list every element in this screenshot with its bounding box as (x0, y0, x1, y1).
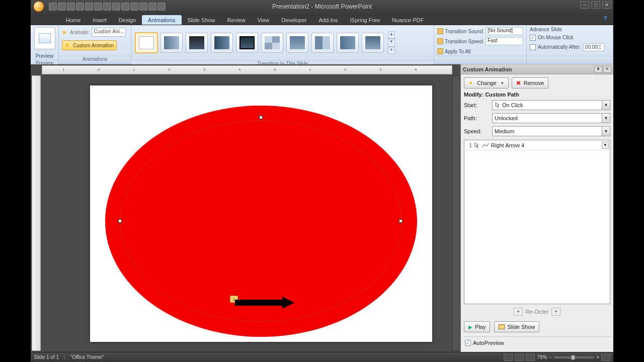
selection-handle[interactable] (118, 219, 122, 223)
slide[interactable]: 1 (90, 85, 432, 342)
star-icon: ✦ (468, 80, 474, 86)
preview-label: Preview (36, 53, 54, 59)
close-button[interactable]: ✕ (602, 2, 611, 9)
qat-btn[interactable] (94, 3, 102, 11)
animate-combo[interactable]: Custom Ani... (92, 28, 125, 37)
zoom-thumb[interactable] (571, 355, 575, 360)
office-button[interactable] (31, 0, 47, 13)
group-advance-slide: Advance Slide ✓ On Mouse Click Automatic… (527, 25, 613, 64)
start-combo[interactable]: On Click ▼ (492, 100, 610, 110)
mouse-icon (474, 142, 480, 148)
tab-nuance[interactable]: Nuance PDF (386, 15, 430, 25)
remove-button[interactable]: ✖ Remove (512, 77, 548, 88)
qat-btn[interactable] (103, 3, 111, 11)
taskpane-header: Custom Animation ▼ ✕ (461, 64, 613, 74)
qat-save-icon[interactable] (49, 3, 57, 11)
transition-item[interactable] (362, 33, 384, 53)
transition-item[interactable] (186, 33, 208, 53)
effect-list[interactable]: 1 Right Arrow 4 ▼ (464, 140, 610, 304)
help-icon[interactable]: ? (601, 15, 609, 23)
taskpane-menu-icon[interactable]: ▼ (594, 66, 602, 73)
gallery-down-icon[interactable]: ▼ (388, 39, 395, 46)
custom-animation-button[interactable]: ★ Custom Animation (62, 40, 117, 50)
maximize-button[interactable]: □ (591, 2, 600, 9)
ribbon-tabs: Home Insert Design Animations Slide Show… (31, 13, 613, 25)
qat-btn[interactable] (85, 3, 93, 11)
status-bar: Slide 1 of 1 | "Office Theme" 79% − + (31, 352, 613, 362)
qat-btn[interactable] (121, 3, 129, 11)
slide-show-button[interactable]: Slide Show (494, 321, 539, 332)
transition-sound-combo[interactable]: [No Sound] (486, 27, 523, 35)
chevron-down-icon[interactable]: ▼ (602, 101, 610, 110)
horizontal-ruler: 1 0 1 2 3 4 0 1 2 3 4 (42, 65, 452, 74)
taskpane-close-icon[interactable]: ✕ (603, 66, 611, 73)
tab-insert[interactable]: Insert (87, 15, 113, 25)
fit-view-button[interactable] (601, 354, 610, 361)
effect-name: Right Arrow 4 (491, 142, 524, 148)
tab-home[interactable]: Home (60, 15, 87, 25)
transition-none[interactable] (135, 33, 157, 53)
transition-item[interactable] (160, 33, 183, 53)
transition-speed-combo[interactable]: Fast (486, 37, 523, 45)
path-combo[interactable]: Unlocked ▼ (492, 113, 610, 123)
autopreview-label: AutoPreview (473, 340, 504, 346)
qat-redo-icon[interactable] (67, 3, 75, 11)
qat-more-icon[interactable] (157, 3, 166, 11)
transition-item[interactable] (261, 33, 283, 53)
normal-view-button[interactable] (504, 354, 513, 361)
tab-developer[interactable]: Developer (275, 15, 312, 25)
apply-to-all-button[interactable]: Apply To All (445, 49, 471, 54)
gallery-more-icon[interactable]: ▾ (388, 47, 395, 54)
slide-canvas[interactable]: 1 (42, 75, 452, 352)
minimize-button[interactable]: ─ (580, 2, 589, 9)
transition-item[interactable] (337, 33, 359, 53)
qat-btn[interactable] (112, 3, 120, 11)
selection-handle[interactable] (259, 116, 263, 119)
tab-view[interactable]: View (252, 15, 276, 25)
auto-after-spinner[interactable]: 00:00 ▴▾ (583, 43, 604, 51)
right-arrow-shape[interactable] (235, 297, 295, 309)
autopreview-checkbox[interactable]: ✓ (465, 340, 471, 346)
qat-btn[interactable] (139, 3, 147, 11)
effect-item[interactable]: 1 Right Arrow 4 ▼ (464, 140, 610, 150)
transition-item[interactable] (286, 33, 308, 53)
speed-icon (437, 38, 443, 44)
selection-handle[interactable] (399, 219, 403, 223)
path-value: Unlocked (495, 115, 518, 121)
transition-item[interactable] (311, 33, 334, 53)
gallery-up-icon[interactable]: ▲ (388, 31, 395, 39)
on-mouse-click-checkbox[interactable]: ✓ (530, 35, 536, 41)
spin-down-icon[interactable]: ▾ (598, 47, 602, 50)
zoom-in-button[interactable]: + (596, 354, 599, 360)
effect-menu-icon[interactable]: ▼ (602, 142, 609, 149)
tab-ispring[interactable]: iSpring Free (344, 15, 386, 25)
auto-after-checkbox[interactable] (530, 44, 536, 50)
reorder-up-button[interactable]: ✦ (514, 308, 523, 316)
tab-slide-show[interactable]: Slide Show (182, 15, 221, 25)
zoom-slider[interactable] (554, 356, 594, 358)
qat-btn[interactable] (76, 3, 84, 11)
zoom-out-button[interactable]: − (549, 354, 552, 360)
change-button[interactable]: ✦ Change ▼ (464, 77, 509, 88)
motion-path-ellipse[interactable] (120, 121, 402, 322)
sorter-view-button[interactable] (515, 354, 524, 361)
vertical-scrollbar[interactable] (452, 75, 460, 351)
reorder-down-button[interactable]: ✦ (551, 308, 560, 316)
speed-combo[interactable]: Medium ▼ (492, 126, 610, 136)
tab-animations[interactable]: Animations (142, 15, 181, 25)
qat-btn[interactable] (130, 3, 138, 11)
transition-item[interactable] (211, 33, 233, 53)
star-icon: ★ (62, 29, 68, 35)
qat-undo-icon[interactable] (58, 3, 66, 11)
chevron-down-icon[interactable]: ▼ (602, 127, 610, 136)
preview-button[interactable] (34, 27, 55, 49)
chevron-down-icon[interactable]: ▼ (602, 114, 610, 123)
tab-add-ins[interactable]: Add-Ins (312, 15, 344, 25)
transition-item[interactable] (236, 33, 258, 53)
tab-design[interactable]: Design (113, 15, 142, 25)
group-animations: ★ Animate: Custom Ani... ★ Custom Animat… (59, 25, 131, 64)
slideshow-view-button[interactable] (526, 354, 535, 361)
play-button[interactable]: ▶ Play (464, 321, 490, 332)
qat-btn[interactable] (148, 3, 156, 11)
tab-review[interactable]: Review (221, 15, 252, 25)
